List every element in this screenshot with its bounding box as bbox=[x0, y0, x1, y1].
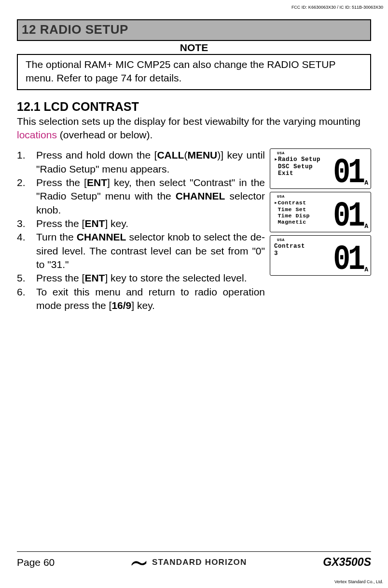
lcd-screen-3: USA Contrast 3 01 A bbox=[270, 235, 371, 276]
lcd-menu-lines: ▸Radio Setup DSC Setup Exit bbox=[274, 156, 327, 177]
content-row: Press and hold down the [CALL(MENU)] key… bbox=[17, 148, 371, 312]
lcd-menu-lines: ▸Contrast Time Set Time Disp Magnetic bbox=[274, 200, 327, 225]
text: ] key to store the selected level. bbox=[105, 272, 247, 283]
intro-text-suffix: (overhead or below). bbox=[57, 129, 152, 140]
text: Press the [ bbox=[36, 272, 84, 283]
intro-highlight: locations bbox=[17, 129, 57, 140]
text: " menu with the bbox=[97, 190, 176, 201]
section-heading-bar: 12 RADIO SETUP bbox=[17, 19, 371, 41]
value-31: 31 bbox=[51, 259, 62, 270]
lcd-menu-lines: Contrast 3 bbox=[274, 243, 327, 257]
step-6: To exit this menu and return to radio op… bbox=[17, 285, 265, 313]
value-0: 0 bbox=[256, 245, 262, 256]
note-heading: NOTE bbox=[17, 42, 371, 53]
text: Press the [ bbox=[36, 177, 87, 188]
knob-channel: CHANNEL bbox=[176, 190, 225, 201]
text: ] key. bbox=[131, 300, 155, 311]
brand-logo-icon bbox=[131, 558, 147, 567]
footer-brand: STANDARD HORIZON bbox=[131, 558, 247, 567]
lcd-suffix-a: A bbox=[364, 179, 368, 187]
step-2: Press the [ENT] key, then select "Contra… bbox=[17, 176, 265, 217]
text: ] key. bbox=[105, 218, 128, 229]
intro-text-prefix: This selection sets up the display for b… bbox=[17, 116, 360, 127]
lcd-suffix-a: A bbox=[364, 223, 368, 230]
text: Press the [ bbox=[36, 218, 84, 229]
lcd-channel-digits: 01 bbox=[333, 245, 363, 275]
lcd-suffix-a: A bbox=[364, 266, 368, 273]
key-menu: MENU bbox=[187, 149, 217, 160]
text: Turn the bbox=[36, 231, 77, 242]
step-3: Press the [ENT] key. bbox=[17, 217, 265, 230]
company-footer: Vertex Standard Co., Ltd. bbox=[334, 579, 383, 584]
step-1: Press and hold down the [CALL(MENU)] key… bbox=[17, 148, 265, 176]
intro-paragraph: This selection sets up the display for b… bbox=[17, 115, 371, 142]
menu-contrast: Contrast bbox=[193, 177, 231, 188]
step-4: Turn the CHANNEL selector knob to select… bbox=[17, 230, 265, 271]
steps-list: Press and hold down the [CALL(MENU)] key… bbox=[17, 148, 265, 312]
key-call: CALL bbox=[157, 149, 184, 160]
knob-channel: CHANNEL bbox=[77, 231, 126, 242]
model-number: GX3500S bbox=[323, 556, 371, 569]
page-number: Page 60 bbox=[17, 557, 55, 568]
lcd-channel-digits: 01 bbox=[333, 202, 363, 231]
step-5: Press the [ENT] key to store the selecte… bbox=[17, 271, 265, 285]
key-ent: ENT bbox=[87, 177, 107, 188]
lcd-screen-1: USA ▸Radio Setup DSC Setup Exit 01 A bbox=[270, 148, 371, 189]
lcd-usa-label: USA bbox=[277, 194, 327, 199]
text: ." bbox=[62, 259, 69, 270]
subsection-heading: 12.1 LCD CONTRAST bbox=[17, 100, 371, 114]
text: Press and hold down the [ bbox=[36, 149, 157, 160]
key-ent: ENT bbox=[84, 272, 105, 283]
note-box: The optional RAM+ MIC CMP25 can also cha… bbox=[17, 54, 371, 90]
text: ] key, then select " bbox=[107, 177, 193, 188]
lcd-screenshots: USA ▸Radio Setup DSC Setup Exit 01 A USA… bbox=[270, 148, 371, 312]
page-footer: Page 60 STANDARD HORIZON GX3500S bbox=[17, 551, 371, 569]
lcd-usa-label: USA bbox=[277, 238, 327, 242]
brand-text: STANDARD HORIZON bbox=[152, 558, 247, 567]
text: " menu appears. bbox=[96, 163, 169, 174]
manual-page: FCC ID: K6630063X30 / IC ID: 511B-30063X… bbox=[0, 0, 388, 588]
lcd-channel-digits: 01 bbox=[333, 159, 363, 188]
lcd-usa-label: USA bbox=[277, 151, 327, 155]
key-ent: ENT bbox=[84, 218, 105, 229]
key-16-9: 16/9 bbox=[111, 300, 131, 311]
menu-radio-setup: Radio Setup bbox=[40, 190, 97, 201]
fcc-id-line: FCC ID: K6630063X30 / IC ID: 511B-30063X… bbox=[17, 5, 383, 10]
menu-radio-setup: Radio Setup bbox=[40, 163, 96, 174]
lcd-screen-2: USA ▸Contrast Time Set Time Disp Magneti… bbox=[270, 192, 371, 232]
